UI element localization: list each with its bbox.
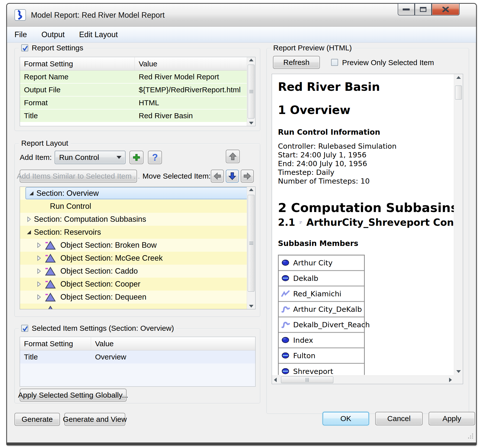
doc-subbasin-heading: 2.1 ArthurCity_Shreveport Con <box>278 217 454 228</box>
scrollbar-thumb[interactable] <box>248 195 254 292</box>
table-header[interactable]: Format Setting Value <box>20 57 255 71</box>
doc-line: Timestep: Daily <box>278 168 454 177</box>
selected-item-highlight: Section: Overview <box>25 187 254 199</box>
doc-line: Start: 24:00 July 1, 1956 <box>278 151 454 159</box>
scroll-down-icon[interactable] <box>247 305 255 308</box>
move-left-button[interactable] <box>211 170 224 183</box>
resize-grip[interactable] <box>467 433 474 439</box>
tree-item-label: Object Section: Dequeen <box>60 293 146 302</box>
preview-only-checkbox[interactable] <box>331 59 338 66</box>
member-name: Index <box>293 336 313 344</box>
scrollbar-thumb[interactable] <box>281 376 333 383</box>
menu-file[interactable]: File <box>14 30 27 39</box>
add-item-combobox[interactable]: Run Control <box>55 151 125 164</box>
tree-item-run-control[interactable]: Run Control <box>20 200 255 213</box>
apply-setting-globally-button[interactable]: Apply Selected Setting Globally... <box>20 389 126 402</box>
cancel-button[interactable]: Cancel <box>375 412 423 425</box>
reservoir-icon <box>45 266 56 276</box>
scroll-down-icon[interactable] <box>454 370 463 373</box>
tree-item-section-overview[interactable]: Section: Overview <box>20 187 255 200</box>
check-icon <box>21 325 29 333</box>
scroll-left-icon[interactable] <box>274 376 277 384</box>
preview-document: Red River Basin 1 Overview Run Control I… <box>272 74 454 375</box>
doc-line: Number of Timesteps: 10 <box>278 177 454 186</box>
subbasin-icon <box>299 218 302 227</box>
tree-item-section-computation-subbasins[interactable]: Section: Computation Subbasins <box>20 213 255 226</box>
setting-value: Overview <box>91 350 255 363</box>
col-format-setting[interactable]: Format Setting <box>20 337 91 350</box>
arrow-left-icon <box>213 172 221 180</box>
menu-bar: File Output Edit Layout <box>7 27 476 43</box>
close-button[interactable] <box>432 3 460 15</box>
table-row[interactable]: Title Overview <box>20 350 255 363</box>
scroll-right-icon[interactable] <box>449 376 452 384</box>
report-settings-label: Report Settings <box>32 44 83 52</box>
menu-edit-layout[interactable]: Edit Layout <box>79 30 118 39</box>
tree-vertical-scrollbar[interactable] <box>247 187 255 309</box>
tree-item-label: Object Section: Cooper <box>60 280 140 289</box>
move-right-button[interactable] <box>241 170 254 183</box>
expander-collapsed-icon[interactable] <box>36 268 42 274</box>
expander-collapsed-icon[interactable] <box>36 255 42 261</box>
col-value[interactable]: Value <box>135 57 255 70</box>
tree-item-section-reservoirs[interactable]: Section: Reservoirs <box>20 226 255 239</box>
table-header[interactable]: Format Setting Value <box>20 337 255 350</box>
add-similar-items-button[interactable]: Add Items Similar to Selected Item ... <box>20 170 137 183</box>
preview-horizontal-scrollbar[interactable] <box>272 375 454 384</box>
scroll-up-icon[interactable] <box>454 76 463 79</box>
refresh-button[interactable]: Refresh <box>273 56 320 69</box>
expander-collapsed-icon[interactable] <box>26 216 32 222</box>
member-row: Arthur City_DeKalb <box>279 302 364 317</box>
ok-button[interactable]: OK <box>323 412 369 425</box>
generate-and-view-button[interactable]: Generate and View <box>64 413 125 426</box>
confluence-icon <box>281 290 290 298</box>
scroll-up-icon[interactable] <box>247 59 255 61</box>
help-button[interactable]: ? <box>148 151 162 164</box>
dialog-client-area: Report Settings Format Setting Value Rep… <box>7 43 476 443</box>
expander-collapsed-icon[interactable] <box>36 294 42 300</box>
report-preview-pane[interactable]: Red River Basin 1 Overview Run Control I… <box>272 74 463 384</box>
titlebar[interactable]: Model Report: Red River Model Report <box>7 4 476 27</box>
apply-button[interactable]: Apply <box>429 412 475 425</box>
tree-item-dequeen[interactable]: Object Section: Dequeen <box>20 291 255 304</box>
tree-item-partially-scrolled[interactable] <box>20 304 255 309</box>
tree-item-cooper[interactable]: Object Section: Cooper <box>20 278 255 291</box>
tree-item-label: Section: Overview <box>36 189 99 198</box>
preview-vertical-scrollbar[interactable] <box>454 74 463 375</box>
expander-expanded-icon[interactable] <box>28 190 34 196</box>
table-row[interactable]: Output File ${TEMP}/RedRiverReport.html <box>20 84 255 97</box>
maximize-button[interactable] <box>415 3 432 15</box>
col-value[interactable]: Value <box>91 337 255 350</box>
report-settings-checkbox[interactable] <box>21 44 28 51</box>
model-report-window: Model Report: Red River Model Report Fil… <box>6 3 477 446</box>
scroll-up-icon[interactable] <box>247 188 255 191</box>
report-settings-group: Report Settings Format Setting Value Rep… <box>14 48 260 131</box>
scrollbar-thumb[interactable] <box>455 86 462 100</box>
doc-subbasin-number: 2.1 <box>278 217 295 228</box>
scrollbar-thumb[interactable] <box>248 65 254 118</box>
reach-icon <box>281 306 290 313</box>
add-item-button[interactable] <box>129 151 143 164</box>
selected-item-settings-checkbox[interactable] <box>21 325 28 332</box>
expander-collapsed-icon[interactable] <box>36 242 42 248</box>
expander-expanded-icon[interactable] <box>26 229 32 235</box>
table-row[interactable]: Report Name Red River Model Report <box>20 71 255 84</box>
scroll-down-icon[interactable] <box>247 122 255 124</box>
move-down-button[interactable] <box>226 170 239 183</box>
tree-item-broken-bow[interactable]: Object Section: Broken Bow <box>20 239 255 252</box>
table-row[interactable]: Title Red River Basin <box>20 110 255 122</box>
member-name: Dekalb <box>293 274 318 283</box>
thumb-grip <box>249 90 253 93</box>
tree-item-caddo[interactable]: Object Section: Caddo <box>20 265 255 278</box>
menu-output[interactable]: Output <box>41 30 65 39</box>
move-up-button[interactable] <box>226 150 240 163</box>
expander-collapsed-icon[interactable] <box>36 281 42 287</box>
minimize-button[interactable] <box>398 3 415 15</box>
reservoir-icon <box>45 253 56 263</box>
tree-item-mcgee-creek[interactable]: Object Section: McGee Creek <box>20 252 255 265</box>
col-format-setting[interactable]: Format Setting <box>20 57 135 70</box>
table-row[interactable]: Format HTML <box>20 97 255 110</box>
doc-line: End: 24:00 July 10, 1956 <box>278 159 454 168</box>
generate-button[interactable]: Generate <box>14 413 60 426</box>
settings-vertical-scrollbar[interactable] <box>247 57 255 126</box>
